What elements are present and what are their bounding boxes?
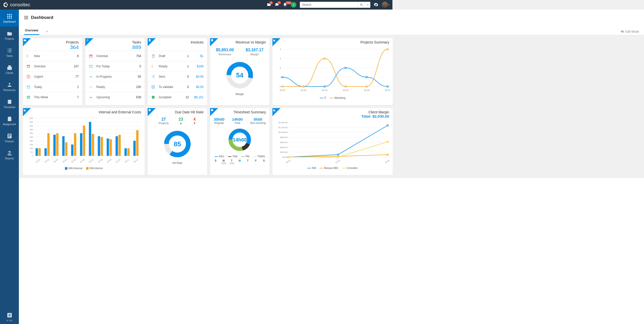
costs-card: Internal and External Costs 050100150200… (23, 108, 145, 175)
hitrate-donut: 85 (161, 128, 194, 160)
search-button[interactable] (358, 2, 365, 8)
svg-text:$600.00: $600.00 (280, 141, 288, 144)
resources-icon (7, 82, 13, 88)
tab-overview[interactable]: Overview (24, 27, 39, 35)
invoices-card: Invoices Draft1$1Ready1$168Sent0$0.00To … (148, 38, 207, 105)
sidebar-item-dashboard[interactable]: Dashboard (0, 10, 19, 27)
notifications-indicator[interactable]: 110 (283, 3, 287, 7)
list-item[interactable]: To validate0$0.00 (148, 82, 207, 92)
svg-rect-6 (8, 137, 9, 137)
status-icon (89, 64, 93, 68)
list-item[interactable]: Upcoming638 (85, 92, 145, 102)
search-box: ▾ (300, 2, 370, 8)
svg-point-49 (324, 58, 325, 59)
tab-add[interactable]: + (44, 28, 50, 35)
svg-rect-107 (127, 148, 130, 156)
svg-text:$1,200.00: $1,200.00 (278, 126, 288, 129)
calendar-icon (211, 109, 214, 112)
sidebar-item-timesheet[interactable]: Timesheet (0, 95, 19, 112)
status-icon (26, 54, 30, 58)
list-item[interactable]: Ready1$168 (148, 61, 207, 72)
sidebar-item-projects[interactable]: Projects (0, 27, 19, 44)
card-title: Due Date Hit Rate (151, 110, 204, 114)
page-title-bar: Dashboard (19, 10, 392, 20)
finance-icon (7, 133, 13, 139)
folder-indicator[interactable]: 0 (267, 3, 271, 7)
projects-count[interactable]: 364 (26, 44, 79, 50)
list-item[interactable]: Urgent77 (23, 72, 82, 82)
svg-rect-4 (8, 136, 9, 136)
page-title: Dashboard (31, 15, 53, 20)
svg-text:22-02: 22-02 (44, 158, 50, 163)
svg-rect-101 (109, 139, 112, 156)
status-icon (89, 85, 93, 89)
svg-point-47 (282, 86, 283, 87)
card-title: Internal and External Costs (26, 110, 141, 114)
search-icon (360, 3, 363, 6)
list-item[interactable]: Ready200 (85, 82, 145, 92)
revenues-amount: $5,891.00 (216, 48, 234, 52)
svg-line-1 (362, 5, 363, 6)
list-item[interactable]: Overdue107 (23, 61, 82, 72)
svg-point-43 (324, 86, 325, 87)
brand-logo[interactable]: consoltec (3, 2, 30, 8)
svg-rect-14 (27, 86, 30, 88)
list-item[interactable]: Today2 (23, 82, 82, 92)
svg-point-137 (387, 125, 388, 126)
costs-chart: 05010015020025030035040045050022-0122-02… (25, 117, 142, 164)
svg-text:50: 50 (31, 151, 33, 153)
svg-rect-76 (35, 148, 38, 156)
status-icon (151, 64, 155, 68)
sidebar-item-reports[interactable]: Reports (0, 146, 19, 163)
svg-text:0: 0 (280, 85, 281, 88)
search-input[interactable] (300, 2, 358, 8)
list-item[interactable]: Draft1$1 (148, 51, 207, 61)
list-item[interactable]: Overdue754 (85, 51, 145, 61)
metric: 4▼ (193, 117, 196, 125)
sidebar-item-resources[interactable]: Resources (0, 78, 19, 95)
svg-text:1: 1 (280, 76, 281, 78)
list-item[interactable]: This Week7 (23, 92, 82, 102)
list-item[interactable]: In Progress50 (85, 72, 145, 82)
svg-text:22-04: 22-04 (62, 158, 67, 163)
chat-indicator[interactable]: 7 (275, 3, 279, 7)
search-dropdown[interactable]: ▾ (365, 2, 370, 8)
svg-text:22-01: 22-01 (35, 158, 41, 163)
summary-chart: 0123422-0122-0222-0322-0422-0522-06 (275, 47, 390, 94)
sidebar-item-assignment[interactable]: Assignment (0, 112, 19, 129)
svg-point-52 (387, 49, 388, 50)
svg-point-44 (345, 67, 346, 69)
svg-rect-91 (80, 133, 82, 156)
svg-point-142 (337, 156, 339, 158)
svg-rect-95 (92, 134, 94, 156)
clients-icon (7, 65, 13, 71)
metric: 14h00Total (232, 117, 243, 124)
svg-text:$1,000.00: $1,000.00 (278, 131, 288, 133)
status-icon (89, 95, 93, 99)
svg-text:400: 400 (30, 125, 33, 127)
timesheet-card: Timesheet Summary 35h00Regular14h00Total… (210, 108, 269, 175)
svg-rect-79 (45, 148, 47, 156)
user-menu[interactable]: ▾ (382, 2, 389, 8)
list-item[interactable]: New6 (23, 51, 82, 61)
tasks-count[interactable]: 889 (89, 44, 141, 50)
list-item[interactable]: For Today0 (85, 61, 145, 72)
svg-text:21-01: 21-01 (335, 159, 341, 164)
settings-icon[interactable] (374, 3, 378, 7)
svg-rect-100 (107, 138, 109, 156)
sidebar-item-finance[interactable]: Finance› (0, 129, 19, 146)
svg-rect-94 (89, 122, 91, 156)
svg-text:2: 2 (280, 67, 281, 69)
svg-text:22-08: 22-08 (98, 158, 103, 163)
svg-text:22-01: 22-01 (385, 159, 390, 164)
list-item[interactable]: Sent0$0.00 (148, 72, 207, 82)
svg-text:22-05: 22-05 (71, 158, 76, 163)
list-item[interactable]: Accepted22$6,151 (148, 92, 207, 102)
sidebar-item-tasks[interactable]: Tasks (0, 44, 19, 61)
client-margin-total: Total: $2,030.00 (276, 114, 389, 118)
sidebar-item-clients[interactable]: Clients (0, 61, 19, 78)
add-button[interactable]: + (291, 2, 296, 8)
chevron-right-icon: › (17, 137, 18, 139)
svg-rect-104 (118, 135, 121, 156)
svg-rect-21 (152, 86, 155, 88)
